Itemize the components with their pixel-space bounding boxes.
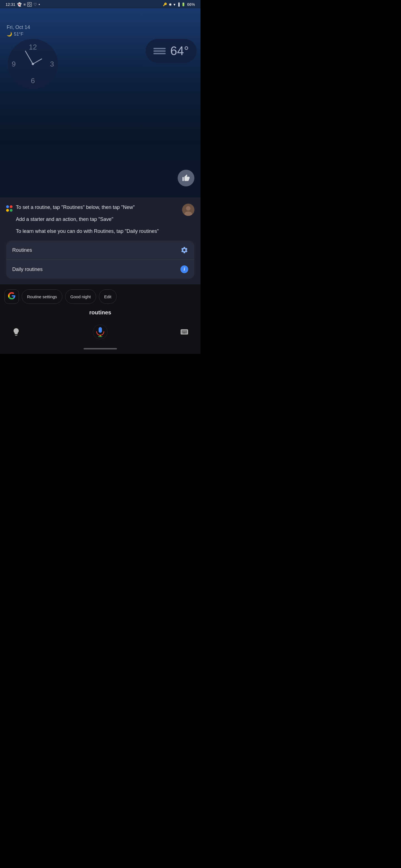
daily-routines-label: Daily routines — [12, 267, 42, 272]
dot-blue — [6, 205, 9, 208]
good-night-label: Good night — [70, 294, 91, 299]
wifi-icon: ▾ — [173, 2, 175, 7]
time: 12:31 — [6, 2, 15, 7]
wallet-icon: ≡ — [23, 2, 26, 7]
small-weather: 🌙 51°F — [7, 31, 30, 37]
assistant-sub-text: Add a starter and an action, then tap "S… — [16, 216, 179, 223]
date-display: Fri, Oct 14 — [7, 25, 30, 30]
edit-button[interactable]: Edit — [99, 289, 117, 304]
microphone-svg — [93, 324, 108, 339]
dot-icon: • — [39, 2, 40, 7]
dot-red — [10, 205, 12, 208]
microphone-button[interactable] — [91, 323, 109, 341]
clock-face: 12 3 6 9 — [10, 42, 55, 86]
signal-icon: ▐ — [177, 2, 180, 6]
status-left: 12:31 👻 ≡ G ♡ • — [6, 2, 40, 7]
assistant-header: To set a routine, tap "Routines" below, … — [6, 204, 194, 235]
clock-3: 3 — [50, 60, 54, 68]
clock-9: 9 — [12, 60, 16, 68]
routine-settings-label: Routine settings — [27, 294, 57, 299]
keyboard-svg — [180, 328, 189, 336]
routines-card[interactable]: Routines — [6, 241, 194, 260]
user-avatar — [182, 204, 194, 216]
status-right: 🔑 ✱ ▾ ▐ 🔋 66% — [163, 2, 195, 7]
gear-icon — [180, 246, 188, 254]
weather-widget: 64° — [146, 39, 197, 63]
clock-hour-hand — [33, 58, 42, 65]
home-bar — [84, 348, 117, 349]
info-icon: i — [180, 266, 188, 273]
routines-label: Routines — [12, 247, 32, 253]
svg-point-1 — [186, 206, 191, 211]
clock-minute-hand — [25, 51, 33, 64]
wave-line-1 — [153, 48, 166, 49]
date-weather: Fri, Oct 14 🌙 51°F — [7, 25, 30, 37]
battery-icon: 🔋 — [181, 2, 185, 6]
google-g-icon — [8, 292, 15, 301]
quick-actions-bar: Routine settings Good night Edit — [0, 284, 200, 307]
assistant-main-text: To set a routine, tap "Routines" below, … — [16, 204, 179, 211]
keyboard-icon[interactable] — [179, 327, 189, 337]
dot-green — [10, 209, 12, 212]
thumbs-up-icon — [182, 174, 190, 182]
google-assistant-dots — [6, 205, 12, 212]
clock-12: 12 — [29, 43, 37, 52]
key-icon: 🔑 — [163, 2, 167, 6]
news-icon: G — [27, 2, 31, 7]
clock-6: 6 — [31, 76, 35, 85]
clock-center-dot — [32, 63, 34, 65]
svg-rect-4 — [98, 327, 102, 333]
small-temperature: 51°F — [14, 32, 23, 37]
bottom-toolbar — [0, 319, 200, 346]
clock-widget: 12 3 6 9 — [8, 39, 58, 89]
weather-temperature: 64° — [170, 44, 189, 58]
weather-waves-icon — [153, 48, 166, 54]
battery-percent: 66% — [187, 2, 195, 7]
snapchat-icon: 👻 — [17, 2, 22, 7]
assistant-text-block: To set a routine, tap "Routines" below, … — [16, 204, 179, 235]
google-button[interactable] — [4, 289, 19, 304]
home-indicator — [0, 346, 200, 354]
query-text: routines — [89, 309, 111, 315]
avatar-image — [182, 204, 194, 216]
lightbulb-icon[interactable] — [11, 327, 21, 337]
assistant-extra-text: To learn what else you can do with Routi… — [16, 227, 179, 235]
dot-yellow — [6, 209, 9, 212]
wave-line-2 — [153, 50, 166, 52]
daily-routines-card[interactable]: Daily routines i — [6, 260, 194, 279]
action-cards: Routines Daily routines i — [6, 241, 194, 279]
routine-settings-button[interactable]: Routine settings — [22, 289, 62, 304]
google-logo — [8, 292, 15, 299]
home-screen: Fri, Oct 14 🌙 51°F 12 3 6 9 64° — [0, 8, 200, 197]
wave-line-3 — [153, 53, 166, 54]
status-bar: 12:31 👻 ≡ G ♡ • 🔑 ✱ ▾ ▐ 🔋 66% — [0, 0, 200, 8]
lightbulb-svg — [12, 328, 21, 336]
query-display: routines — [0, 307, 200, 319]
assistant-panel: To set a routine, tap "Routines" below, … — [0, 197, 200, 284]
good-night-button[interactable]: Good night — [65, 289, 96, 304]
bluetooth-icon: ✱ — [169, 2, 172, 7]
heart-icon: ♡ — [33, 2, 37, 7]
edit-label: Edit — [104, 294, 111, 299]
moon-icon: 🌙 — [7, 31, 12, 37]
thumbs-up-button[interactable] — [178, 170, 194, 186]
